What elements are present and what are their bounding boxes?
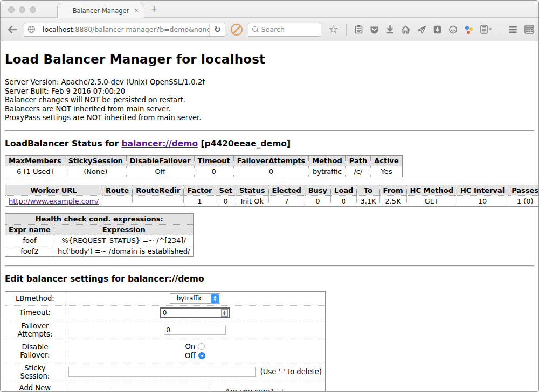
col-method: Method <box>309 155 345 166</box>
balancer-value-row: 6 [1 Used] (None) Off 0 0 bytraffic /c/ … <box>5 166 403 177</box>
val-disablefailover: Off <box>126 166 194 177</box>
val-to: 3.1K <box>357 195 379 206</box>
window-controls[interactable] <box>8 6 36 13</box>
reload-icon[interactable]: ↻ <box>209 24 225 36</box>
sticky-session-label: Sticky Session: <box>5 362 65 382</box>
expr-name-foof2: foof2 <box>5 246 54 256</box>
pocket-shield-icon[interactable] <box>370 25 379 34</box>
col-to: To <box>357 185 379 195</box>
col-failoverattempts: FailoverAttempts <box>233 155 309 166</box>
sidebar-list-icon[interactable]: ▾ <box>480 25 492 34</box>
col-stickysession: StickySession <box>65 155 126 166</box>
menu-hamburger-icon[interactable] <box>508 26 517 33</box>
server-version: Server Version: Apache/2.5.0-dev (Unix) … <box>5 78 534 87</box>
edit-settings-heading: Edit balancer settings for balancer://de… <box>5 274 534 284</box>
val-from: 2.5K <box>379 195 406 206</box>
failover-on-radio[interactable] <box>198 343 205 350</box>
save-to-pocket-icon[interactable] <box>433 25 441 34</box>
content-blocked-icon[interactable] <box>231 24 242 36</box>
col-worker-url: Worker URL <box>5 185 102 195</box>
feedback-smiley-icon[interactable] <box>448 25 458 34</box>
col-hc-method: HC Method <box>406 185 457 195</box>
tab-close-icon[interactable]: × <box>134 6 139 14</box>
val-active: Yes <box>371 166 403 177</box>
browser-window: Balancer Manager × + localhost:8880/bala… <box>0 0 539 392</box>
col-maxmembers: MaxMembers <box>5 155 65 166</box>
select-stepper-icon: ▲▼ <box>211 294 219 303</box>
are-you-sure-checkbox[interactable] <box>277 389 283 392</box>
url-path: :8880/balancer-manager?b=demo&nonce=decc… <box>73 25 209 33</box>
failover-attempts-input[interactable] <box>164 325 226 335</box>
failover-off-radio[interactable] <box>198 352 205 359</box>
disable-failover-row: Disable Failover: On Off <box>5 340 326 362</box>
timeout-value: 0 <box>161 309 221 317</box>
send-plane-icon[interactable] <box>417 25 426 34</box>
val-load: 0 <box>331 195 357 206</box>
clipboard-icon[interactable] <box>355 25 363 34</box>
tab-balancer-manager[interactable]: Balancer Manager × <box>57 3 144 18</box>
val-factor: 1 <box>184 195 216 206</box>
col-status: Status <box>236 185 268 195</box>
col-busy: Busy <box>305 185 330 195</box>
health-row-foof2: foof2 hc('body') =~ /domain is establish… <box>5 246 194 256</box>
minimize-window-button[interactable] <box>19 6 25 13</box>
zoom-window-button[interactable] <box>30 6 36 13</box>
lbmethod-select[interactable]: bytraffic ▲▼ <box>170 293 220 304</box>
expr-value-foof2: hc('body') =~ /domain is established/ <box>54 246 194 256</box>
val-failoverattempts: 0 <box>233 166 309 177</box>
persist-note: Balancer changes will NOT be persisted o… <box>5 96 534 105</box>
colored-dots-extension-icon[interactable] <box>465 25 473 34</box>
radio-on-label: On <box>185 342 195 351</box>
toolbar-separator <box>346 24 347 36</box>
page-content: Load Balancer Manager for localhost Serv… <box>1 41 538 392</box>
grid-apps-icon[interactable] <box>524 25 534 34</box>
proxypass-note: ProxyPass settings are NOT inherited fro… <box>5 114 534 123</box>
health-header-row: Expr name Expression <box>5 224 194 235</box>
val-stickysession: (None) <box>65 166 126 177</box>
col-active: Active <box>371 155 403 166</box>
lbmethod-label: LBmethod: <box>5 291 65 305</box>
val-timeout: 0 <box>194 166 233 177</box>
add-worker-input[interactable] <box>112 387 210 392</box>
timeout-row: Timeout: 0 ▲▼ <box>5 305 326 320</box>
val-hc-method: GET <box>406 195 457 206</box>
new-tab-button[interactable]: + <box>150 5 157 13</box>
sticky-session-input[interactable] <box>68 367 256 377</box>
health-check-table: Health check cond. expressions: Expr nam… <box>5 213 194 257</box>
toolbar-separator <box>500 24 500 36</box>
col-from: From <box>379 185 406 195</box>
balancer-demo-link[interactable]: balancer://demo <box>121 139 198 149</box>
add-worker-label: Add New Worker: <box>5 382 65 392</box>
timeout-label: Timeout: <box>5 305 65 320</box>
url-bar[interactable]: localhost:8880/balancer-manager?b=demo&n… <box>24 23 226 37</box>
search-bar[interactable]: Search <box>248 23 321 37</box>
expr-value-foof: %{REQUEST_STATUS} =~ /^[234]/ <box>54 235 194 246</box>
tab-title: Balancer Manager <box>73 7 129 15</box>
chevron-down-icon[interactable]: ▾ <box>489 25 492 34</box>
failover-attempts-row: Failover Attempts: <box>5 320 326 340</box>
back-button[interactable] <box>5 23 20 37</box>
url-domain: localhost <box>43 25 73 33</box>
col-expr-name: Expr name <box>5 224 54 235</box>
number-spinner-icon[interactable]: ▲▼ <box>221 309 228 317</box>
val-hc-interval: 10 <box>457 195 508 206</box>
col-set: Set <box>216 185 236 195</box>
close-window-button[interactable] <box>8 6 15 13</box>
server-info: Server Version: Apache/2.5.0-dev (Unix) … <box>5 78 534 123</box>
timeout-input[interactable]: 0 ▲▼ <box>160 307 230 318</box>
balancer-header-row: MaxMembers StickySession DisableFailover… <box>5 155 403 166</box>
home-icon[interactable] <box>401 25 410 34</box>
col-disablefailover: DisableFailover <box>126 155 194 166</box>
site-identity-globe-icon[interactable] <box>24 25 39 33</box>
url-text[interactable]: localhost:8880/balancer-manager?b=demo&n… <box>39 25 209 33</box>
sticky-session-row: Sticky Session: (Use '-' to delete) <box>5 362 326 382</box>
downloads-icon[interactable] <box>386 25 394 34</box>
worker-value-row: http://www.example.com/ 1 0 Init Ok 7 0 … <box>5 195 539 206</box>
bookmark-star-icon[interactable]: ☆ <box>329 25 338 34</box>
search-placeholder: Search <box>261 25 285 33</box>
search-icon <box>252 26 258 32</box>
col-passes: Passes <box>508 185 538 195</box>
worker-url-link[interactable]: http://www.example.com/ <box>9 197 99 205</box>
inherit-note: Balancers are NOT inherited from main se… <box>5 105 534 114</box>
health-title-row: Health check cond. expressions: <box>5 213 194 224</box>
